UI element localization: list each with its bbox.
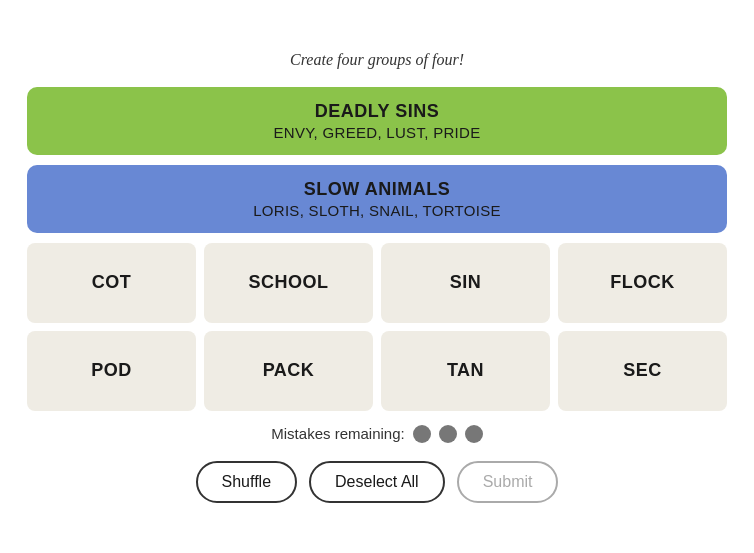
mistake-dot-2: [439, 425, 457, 443]
solved-group-slow-animals: SLOW ANIMALS LORIS, SLOTH, SNAIL, TORTOI…: [27, 165, 727, 233]
game-container: Create four groups of four! DEADLY SINS …: [27, 31, 727, 523]
mistake-dot-3: [465, 425, 483, 443]
submit-button[interactable]: Submit: [457, 461, 559, 503]
grid-cell-sec[interactable]: SEC: [558, 331, 727, 411]
buttons-row: Shuffle Deselect All Submit: [196, 461, 559, 503]
instruction-text: Create four groups of four!: [290, 51, 464, 69]
grid-cell-cot[interactable]: COT: [27, 243, 196, 323]
solved-group-words-2: LORIS, SLOTH, SNAIL, TORTOISE: [47, 202, 707, 219]
grid-cell-pod[interactable]: POD: [27, 331, 196, 411]
mistakes-label: Mistakes remaining:: [271, 425, 404, 442]
solved-group-words-1: ENVY, GREED, LUST, PRIDE: [47, 124, 707, 141]
grid-cell-flock[interactable]: FLOCK: [558, 243, 727, 323]
deselect-all-button[interactable]: Deselect All: [309, 461, 445, 503]
mistake-dot-1: [413, 425, 431, 443]
solved-group-deadly-sins: DEADLY SINS ENVY, GREED, LUST, PRIDE: [27, 87, 727, 155]
solved-group-title-2: SLOW ANIMALS: [47, 179, 707, 200]
grid-cell-school[interactable]: SCHOOL: [204, 243, 373, 323]
grid-cell-sin[interactable]: SIN: [381, 243, 550, 323]
word-grid: COTSCHOOLSINFLOCKPODPACKTANSEC: [27, 243, 727, 411]
solved-group-title-1: DEADLY SINS: [47, 101, 707, 122]
mistakes-row: Mistakes remaining:: [271, 425, 482, 443]
grid-cell-pack[interactable]: PACK: [204, 331, 373, 411]
shuffle-button[interactable]: Shuffle: [196, 461, 298, 503]
grid-cell-tan[interactable]: TAN: [381, 331, 550, 411]
